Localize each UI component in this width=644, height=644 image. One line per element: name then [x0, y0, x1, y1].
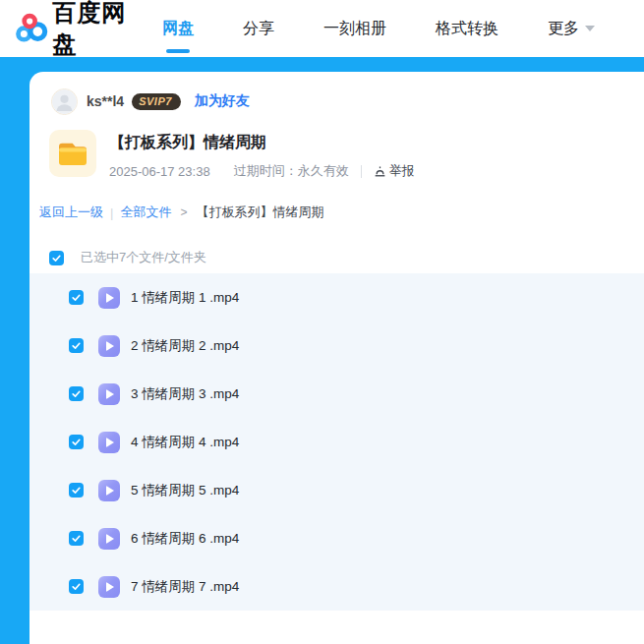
svip-badge[interactable]: SVIP7 [132, 93, 181, 110]
row-checkbox[interactable] [69, 338, 84, 353]
video-file-icon [98, 432, 120, 453]
nav-more[interactable]: 更多 [548, 19, 595, 39]
report-button[interactable]: 举报 [374, 162, 415, 180]
brand-title: 百度网盘 [52, 0, 129, 60]
file-row[interactable]: 7 情绪周期 7 .mp4 [29, 562, 644, 611]
nav-share[interactable]: 分享 [243, 19, 274, 39]
select-all-checkbox[interactable] [49, 251, 64, 265]
selection-summary: 已选中7个文件/文件夹 [81, 249, 206, 266]
file-row[interactable]: 1 情绪周期 1 .mp4 [29, 273, 644, 322]
row-checkbox[interactable] [69, 386, 84, 401]
row-checkbox[interactable] [69, 531, 84, 546]
file-list: 1 情绪周期 1 .mp4 2 情绪周期 2 .mp4 3 情绪周期 3 .mp… [29, 273, 644, 611]
breadcrumb-back-link[interactable]: 返回上一级 [39, 204, 103, 221]
file-name[interactable]: 3 情绪周期 3 .mp4 [131, 385, 239, 403]
folder-icon [49, 130, 96, 177]
share-title: 【打板系列】情绪周期 [109, 133, 415, 153]
file-name[interactable]: 5 情绪周期 5 .mp4 [131, 482, 239, 499]
file-name[interactable]: 7 情绪周期 7 .mp4 [131, 578, 239, 596]
video-file-icon [98, 287, 120, 309]
file-name[interactable]: 2 情绪周期 2 .mp4 [131, 337, 239, 355]
sharer-info-row: ks**l4 SVIP7 加为好友 [51, 88, 644, 115]
nav-format-convert[interactable]: 格式转换 [436, 19, 498, 39]
file-row[interactable]: 6 情绪周期 6 .mp4 [29, 514, 644, 562]
breadcrumb-separator: > [180, 205, 187, 219]
nav-netdisk[interactable]: 网盘 [162, 19, 194, 39]
add-friend-link[interactable]: 加为好友 [195, 92, 250, 110]
file-row[interactable]: 5 情绪周期 5 .mp4 [29, 466, 644, 514]
file-row[interactable]: 2 情绪周期 2 .mp4 [29, 322, 644, 370]
meta-divider [361, 165, 362, 178]
file-name[interactable]: 1 情绪周期 1 .mp4 [131, 289, 239, 307]
cloud-logo-icon [15, 7, 48, 50]
baidu-netdisk-logo[interactable]: 百度网盘 [15, 0, 129, 60]
breadcrumb-current: 【打板系列】情绪周期 [196, 204, 323, 221]
share-folder-row: 【打板系列】情绪周期 2025-06-17 23:38 过期时间：永久有效 举报 [49, 130, 644, 180]
row-checkbox[interactable] [69, 483, 84, 498]
video-file-icon [98, 528, 120, 550]
share-card: ks**l4 SVIP7 加为好友 【打板系列】情绪周期 2025-06-17 … [29, 72, 644, 644]
sharer-username: ks**l4 [87, 93, 124, 109]
file-name[interactable]: 6 情绪周期 6 .mp4 [131, 530, 239, 548]
share-date: 2025-06-17 23:38 [109, 164, 210, 179]
row-checkbox[interactable] [69, 290, 84, 305]
file-row[interactable]: 3 情绪周期 3 .mp4 [29, 370, 644, 418]
breadcrumb-all-files-link[interactable]: 全部文件 [120, 204, 171, 221]
video-file-icon [98, 576, 120, 598]
chevron-down-icon [585, 26, 595, 31]
nav-moment-album[interactable]: 一刻相册 [323, 19, 386, 39]
share-meta-line: 2025-06-17 23:38 过期时间：永久有效 举报 [109, 162, 415, 180]
row-checkbox[interactable] [69, 435, 84, 449]
main-nav: 网盘 分享 一刻相册 格式转换 更多 [162, 19, 644, 39]
video-file-icon [98, 480, 120, 501]
active-tab-underline [166, 49, 190, 53]
top-header: 百度网盘 网盘 分享 一刻相册 格式转换 更多 [0, 0, 644, 57]
expire-time: 过期时间：永久有效 [234, 162, 349, 180]
video-file-icon [98, 335, 120, 357]
report-siren-icon [374, 165, 386, 178]
blue-backdrop: ks**l4 SVIP7 加为好友 【打板系列】情绪周期 2025-06-17 … [0, 57, 644, 644]
file-name[interactable]: 4 情绪周期 4 .mp4 [131, 434, 239, 451]
breadcrumb: 返回上一级 | 全部文件 > 【打板系列】情绪周期 [39, 204, 644, 221]
file-row[interactable]: 4 情绪周期 4 .mp4 [29, 418, 644, 466]
avatar[interactable] [51, 88, 78, 115]
video-file-icon [98, 383, 120, 405]
selection-header: 已选中7个文件/文件夹 [49, 250, 644, 265]
breadcrumb-pipe: | [110, 205, 113, 220]
row-checkbox[interactable] [69, 579, 84, 594]
